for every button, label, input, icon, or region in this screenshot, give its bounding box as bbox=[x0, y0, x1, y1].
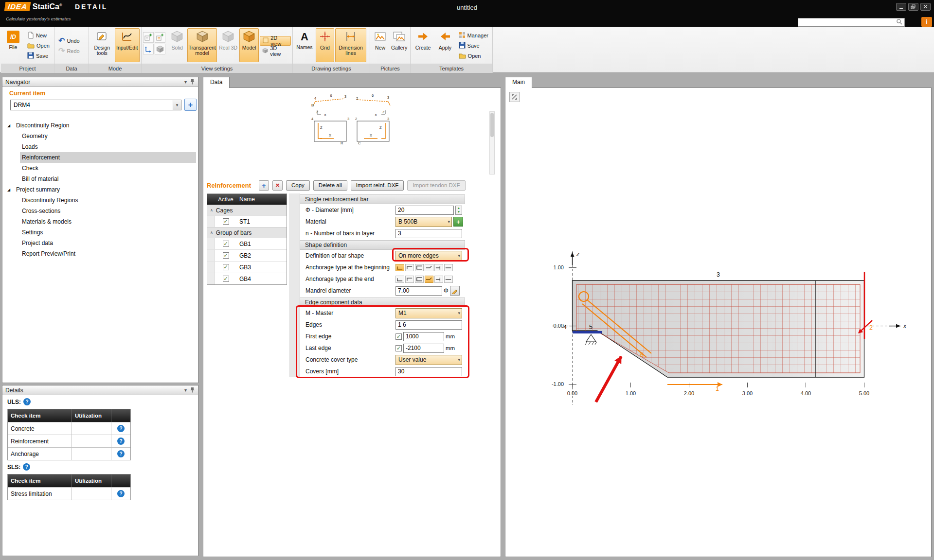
tab-data[interactable]: Data bbox=[203, 77, 230, 88]
list-item-gb4[interactable]: ✓GB4 bbox=[207, 273, 287, 284]
search-box[interactable] bbox=[798, 18, 905, 27]
template-create-button[interactable]: Create bbox=[412, 28, 434, 62]
undo-button[interactable]: ↶ Undo bbox=[56, 36, 82, 46]
anchorage-type-option-5-icon[interactable] bbox=[444, 276, 453, 283]
current-item-select[interactable]: DRM4 ▾ bbox=[10, 100, 181, 110]
template-open-button[interactable]: Open bbox=[456, 51, 491, 61]
mandrel-input[interactable] bbox=[395, 286, 442, 296]
solid-button[interactable]: Solid bbox=[168, 28, 186, 62]
new-button[interactable]: New bbox=[25, 31, 52, 40]
chevron-down-icon[interactable]: ▾ bbox=[184, 387, 187, 393]
tree-item-loads[interactable]: Loads bbox=[2, 141, 196, 152]
tree-item-project-data[interactable]: Project data bbox=[2, 238, 196, 248]
anchorage-type-option-3-icon[interactable] bbox=[425, 264, 433, 271]
anchorage-type-option-5-icon[interactable] bbox=[444, 264, 453, 271]
model-button[interactable]: Model bbox=[239, 28, 259, 62]
grid-button[interactable]: Grid bbox=[316, 28, 334, 62]
anchorage-type-option-3-icon[interactable] bbox=[425, 276, 433, 283]
scrollbar-thumb[interactable] bbox=[490, 113, 494, 137]
collapse-icon[interactable]: ∧ bbox=[210, 230, 213, 235]
real-3d-button[interactable]: Real 3D bbox=[218, 28, 238, 62]
help-icon[interactable]: ? bbox=[117, 425, 125, 432]
master-select[interactable]: M1 bbox=[395, 308, 462, 318]
redo-button[interactable]: ↷ Redo bbox=[56, 46, 82, 56]
3d-view-button[interactable]: 3D view bbox=[260, 46, 291, 56]
tree-item-materials-models[interactable]: Materials & models bbox=[2, 216, 196, 227]
tree-item-discontinuity-region[interactable]: ◢Discontinuity Region bbox=[2, 120, 196, 131]
add-reinforcement-button[interactable]: + bbox=[259, 180, 269, 191]
active-checkbox[interactable]: ✓ bbox=[223, 264, 229, 270]
diameter-input[interactable] bbox=[395, 206, 454, 215]
copy-view-icon-button[interactable] bbox=[143, 32, 154, 43]
help-icon[interactable]: ? bbox=[117, 438, 125, 445]
dimension-lines-button[interactable]: Dimension lines bbox=[335, 28, 366, 62]
open-button[interactable]: Open bbox=[25, 41, 52, 51]
material-catalog-button[interactable]: + bbox=[453, 217, 463, 227]
tree-item-project-summary[interactable]: ◢Project summary bbox=[2, 184, 196, 195]
import-reinf-dxf-button[interactable]: Import reinf. DXF bbox=[351, 180, 404, 191]
cover-type-select[interactable]: User value bbox=[395, 355, 462, 365]
picture-new-button[interactable]: New bbox=[372, 28, 389, 62]
template-manager-button[interactable]: Manager bbox=[456, 31, 491, 40]
delete-all-button[interactable]: Delete all bbox=[313, 180, 347, 191]
import-tendon-dxf-button[interactable]: Import tendon DXF bbox=[407, 180, 465, 191]
anchorage-type-option-4-icon[interactable] bbox=[434, 264, 443, 271]
restore-button[interactable] bbox=[908, 3, 918, 11]
tree-expander-icon[interactable]: ◢ bbox=[7, 188, 14, 192]
last-edge-input[interactable] bbox=[403, 344, 444, 353]
edit-pencil-button[interactable] bbox=[450, 286, 460, 296]
design-tools-button[interactable]: Design tools bbox=[90, 28, 114, 62]
tree-item-geometry[interactable]: Geometry bbox=[2, 131, 196, 141]
tab-main[interactable]: Main bbox=[505, 77, 532, 88]
help-icon[interactable]: ? bbox=[117, 490, 125, 497]
2d-view-button[interactable]: 2D view bbox=[260, 36, 291, 46]
last-edge-checkbox[interactable]: ✓ bbox=[395, 345, 402, 351]
tree-item-check[interactable]: Check bbox=[2, 163, 196, 174]
active-checkbox[interactable]: ✓ bbox=[223, 241, 229, 247]
help-icon[interactable]: ? bbox=[23, 398, 31, 405]
template-save-button[interactable]: Save bbox=[456, 41, 491, 51]
search-input[interactable] bbox=[798, 19, 896, 26]
add-item-button[interactable]: + bbox=[184, 99, 197, 111]
tree-item-discontinuity-regions[interactable]: Discontinuity Regions bbox=[2, 195, 196, 206]
active-checkbox[interactable]: ✓ bbox=[223, 276, 229, 282]
save-button[interactable]: Save bbox=[25, 51, 52, 61]
transparent-model-button[interactable]: Transparent model bbox=[187, 28, 217, 62]
input-edit-button[interactable]: Input/Edit bbox=[115, 28, 140, 62]
tree-item-settings[interactable]: Settings bbox=[2, 227, 196, 238]
template-apply-button[interactable]: Apply bbox=[435, 28, 455, 62]
chevron-down-icon[interactable]: ▾ bbox=[184, 79, 187, 85]
collapse-icon[interactable]: ∧ bbox=[210, 208, 213, 212]
bar-shape-select[interactable]: On more edges bbox=[395, 251, 462, 261]
list-group-group-of-bars[interactable]: ∧Group of bars bbox=[207, 227, 287, 238]
axes-icon-button[interactable] bbox=[143, 44, 154, 54]
list-item-gb2[interactable]: ✓GB2 bbox=[207, 249, 287, 261]
structural-drawing[interactable]: 0.00 1.00 2.00 3.00 4.00 5.00 1.00 0.00 … bbox=[505, 88, 931, 556]
diameter-stepper[interactable]: ▲▼ bbox=[455, 206, 462, 215]
names-button[interactable]: A Names bbox=[294, 28, 315, 62]
file-button[interactable]: ID File bbox=[2, 28, 24, 62]
anchorage-type-option-1-icon[interactable] bbox=[405, 264, 414, 271]
tree-item-reinforcement[interactable]: Reinforcement bbox=[20, 152, 196, 163]
active-checkbox[interactable]: ✓ bbox=[223, 218, 229, 225]
tree-item-cross-sections[interactable]: Cross-sections bbox=[2, 206, 196, 216]
anchorage-type-option-4-icon[interactable] bbox=[434, 276, 443, 283]
covers-input[interactable] bbox=[395, 367, 462, 376]
close-button[interactable] bbox=[920, 3, 931, 11]
copy-button[interactable]: Copy bbox=[286, 180, 310, 191]
info-button[interactable]: i bbox=[921, 17, 932, 27]
fit-view-button[interactable] bbox=[509, 92, 520, 102]
cube-icon-button[interactable] bbox=[155, 44, 165, 54]
anchorage-type-option-2-icon[interactable] bbox=[415, 276, 424, 283]
material-select[interactable]: B 500B bbox=[395, 217, 452, 227]
anchorage-type-option-0-icon[interactable] bbox=[395, 276, 404, 283]
active-checkbox[interactable]: ✓ bbox=[223, 252, 229, 259]
help-icon[interactable]: ? bbox=[117, 450, 125, 457]
layers-input[interactable] bbox=[395, 229, 462, 238]
first-edge-input[interactable] bbox=[403, 332, 444, 341]
anchorage-type-option-1-icon[interactable] bbox=[405, 276, 414, 283]
anchorage-type-option-0-icon[interactable] bbox=[395, 264, 404, 271]
thumbnail-scrollbar[interactable] bbox=[489, 111, 495, 175]
grid-view-icon-button[interactable] bbox=[155, 32, 165, 43]
delete-reinforcement-button[interactable]: ✕ bbox=[272, 180, 283, 191]
